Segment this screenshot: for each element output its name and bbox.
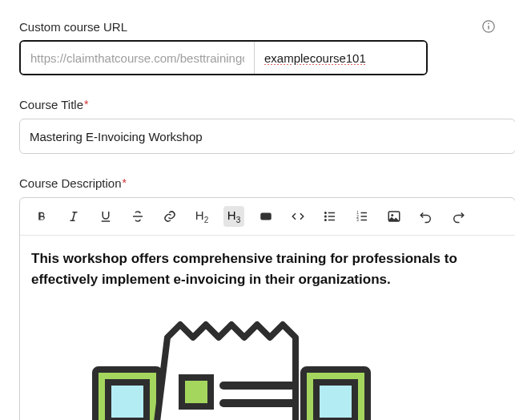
url-prefix-input xyxy=(21,42,255,74)
underline-button[interactable] xyxy=(95,206,116,227)
svg-line-5 xyxy=(73,212,75,221)
svg-rect-27 xyxy=(182,378,211,406)
link-button[interactable] xyxy=(159,206,180,227)
code-button[interactable] xyxy=(288,206,308,227)
svg-text:3: 3 xyxy=(356,218,359,222)
strikethrough-button[interactable] xyxy=(127,206,148,227)
heading-3-button[interactable]: H3 xyxy=(223,206,244,227)
editor-content-area[interactable]: This workshop offers comprehensive train… xyxy=(20,236,515,420)
quote-button[interactable] xyxy=(255,206,276,227)
svg-point-12 xyxy=(325,212,327,214)
h3-text: H xyxy=(227,208,236,222)
invoice-illustration xyxy=(31,313,504,420)
info-icon[interactable] xyxy=(481,19,496,34)
course-description-label: Course Description* xyxy=(19,176,127,190)
url-slug-input[interactable] xyxy=(255,42,426,74)
course-description-label-text: Course Description xyxy=(19,176,122,190)
bullet-list-button[interactable] xyxy=(320,206,340,227)
ordered-list-button[interactable]: 123 xyxy=(352,206,372,227)
svg-point-2 xyxy=(488,23,489,25)
bold-button[interactable] xyxy=(31,206,52,227)
svg-rect-8 xyxy=(260,213,272,220)
undo-button[interactable] xyxy=(416,206,437,227)
description-paragraph: This workshop offers comprehensive train… xyxy=(31,248,504,291)
heading-2-button[interactable]: H2 xyxy=(191,206,212,227)
image-button[interactable] xyxy=(384,206,404,227)
course-title-field: Course Title* xyxy=(19,98,496,154)
required-asterisk: * xyxy=(123,176,127,189)
custom-url-input-group xyxy=(19,40,428,75)
rich-text-editor: H2 H3 123 xyxy=(19,197,515,420)
svg-point-13 xyxy=(325,216,327,217)
course-description-field: Course Description* H2 H3 xyxy=(19,176,496,420)
h2-text: H xyxy=(195,208,204,222)
svg-rect-24 xyxy=(108,382,147,420)
course-title-input[interactable] xyxy=(19,119,515,154)
course-title-label: Course Title* xyxy=(19,98,89,111)
h3-sub: 3 xyxy=(236,216,241,224)
custom-url-field: Custom course URL xyxy=(19,19,496,75)
svg-rect-26 xyxy=(316,382,355,420)
redo-button[interactable] xyxy=(448,206,469,227)
h2-sub: 2 xyxy=(204,216,209,224)
svg-point-14 xyxy=(325,220,327,221)
svg-point-22 xyxy=(391,214,393,216)
italic-button[interactable] xyxy=(63,206,84,227)
editor-toolbar: H2 H3 123 xyxy=(20,198,515,236)
custom-url-label: Custom course URL xyxy=(19,20,127,34)
required-asterisk: * xyxy=(84,98,88,111)
course-title-label-text: Course Title xyxy=(19,98,83,111)
